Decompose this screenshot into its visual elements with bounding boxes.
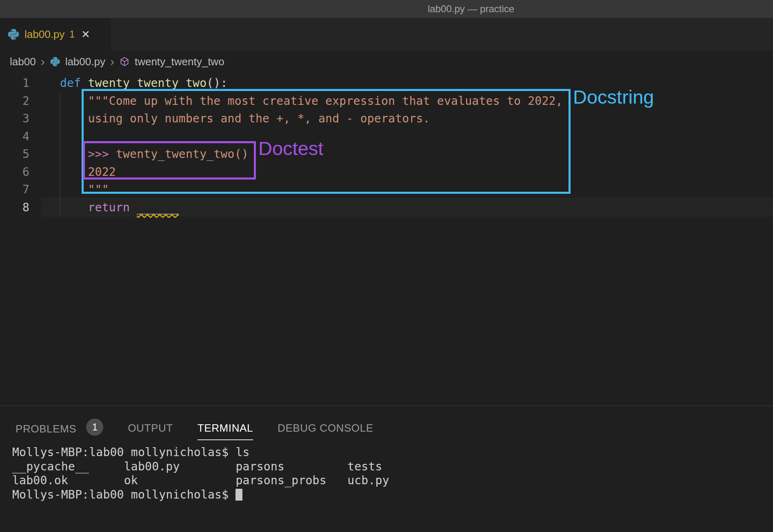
panel-tab-bar: PROBLEMS 1 OUTPUT TERMINAL DEBUG CONSOLE — [16, 422, 373, 441]
tab-output[interactable]: OUTPUT — [128, 422, 173, 439]
symbol-cube-icon — [119, 56, 130, 67]
line-number: 1 — [0, 74, 29, 92]
chevron-right-icon: › — [110, 56, 114, 67]
panel-divider — [0, 406, 773, 406]
breadcrumb: lab00 › lab00.py › twenty_twenty_two — [0, 51, 773, 73]
doctest-annotation-label: Doctest — [258, 137, 323, 160]
terminal-line: __pycache__ lab00.py parsons tests — [12, 460, 389, 474]
python-icon — [50, 56, 60, 67]
terminal-cursor[interactable] — [235, 489, 242, 501]
code-line-8[interactable]: 8 return ______ — [0, 199, 773, 217]
tab-debug-console-label: DEBUG CONSOLE — [278, 422, 373, 434]
python-icon — [7, 28, 20, 40]
tab-debug-console[interactable]: DEBUG CONSOLE — [278, 422, 373, 439]
line-number: 6 — [0, 163, 29, 181]
chevron-right-icon: › — [41, 56, 45, 67]
tab-problems-label: PROBLEMS — [16, 423, 76, 435]
tab-problem-count: 1 — [69, 29, 75, 40]
doctest-annotation-box — [83, 141, 256, 180]
tab-terminal[interactable]: TERMINAL — [198, 422, 253, 440]
terminal-line: lab00.ok ok parsons_probs ucb.py — [12, 474, 389, 488]
breadcrumb-symbol[interactable]: twenty_twenty_two — [135, 55, 224, 68]
breadcrumb-folder[interactable]: lab00 — [10, 55, 36, 68]
tab-output-label: OUTPUT — [128, 422, 173, 434]
tab-terminal-label: TERMINAL — [198, 422, 253, 434]
tab-lab00py[interactable]: lab00.py 1 ✕ — [0, 18, 111, 51]
line-number: 8 — [0, 199, 29, 217]
tab-filename: lab00.py — [24, 28, 64, 41]
close-icon[interactable]: ✕ — [81, 28, 90, 41]
terminal-prompt-line: Mollys-MBP:lab00 mollynicholas$ — [12, 488, 389, 502]
line-number: 2 — [0, 92, 29, 110]
problems-count-badge: 1 — [86, 419, 103, 436]
window-title: lab00.py — practice — [428, 3, 514, 15]
breadcrumb-file[interactable]: lab00.py — [65, 55, 105, 68]
line-number: 5 — [0, 145, 29, 163]
code-text: return ______ — [60, 199, 179, 217]
line-number: 7 — [0, 181, 29, 199]
line-number: 3 — [0, 110, 29, 128]
line-number: 4 — [0, 128, 29, 146]
docstring-annotation-label: Docstring — [573, 86, 654, 108]
terminal-output[interactable]: Mollys-MBP:lab00 mollynicholas$ ls __pyc… — [12, 446, 389, 502]
terminal-line: Mollys-MBP:lab00 mollynicholas$ ls — [12, 446, 389, 460]
title-bar: lab00.py — practice — [0, 0, 773, 18]
editor-tab-strip: lab00.py 1 ✕ — [0, 18, 773, 51]
tab-problems[interactable]: PROBLEMS 1 — [16, 422, 103, 441]
